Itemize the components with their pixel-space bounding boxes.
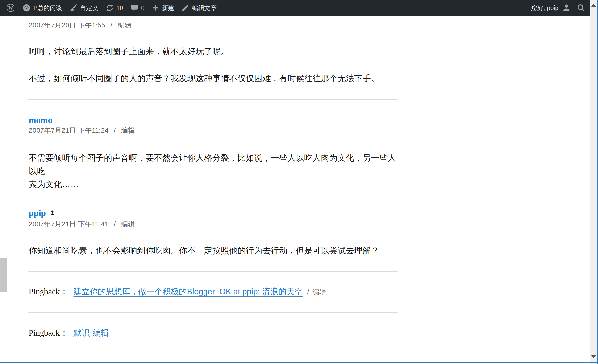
meta-separator: / bbox=[114, 220, 116, 228]
pingback-edit-link[interactable]: 编辑 bbox=[93, 327, 109, 338]
comment-divider bbox=[28, 271, 398, 272]
comment-author-link[interactable]: momo bbox=[29, 115, 52, 125]
admin-bar-left: W bbox=[2, 0, 220, 16]
account-menu[interactable]: 您好, ppip bbox=[531, 3, 571, 12]
edit-post-label: 编辑文章 bbox=[192, 4, 217, 12]
comment-divider bbox=[28, 312, 398, 313]
updates-count: 10 bbox=[116, 4, 123, 12]
comment-divider bbox=[28, 99, 398, 100]
paintbrush-icon bbox=[69, 4, 77, 12]
wp-admin-bar: W bbox=[0, 0, 590, 16]
comment-edit-link[interactable]: 编辑 bbox=[118, 23, 132, 29]
comment-body: 不需要倾听每个圈子的声音啊，要不然会让你人格分裂，比如说，一些人以吃人肉为文化，… bbox=[29, 151, 400, 191]
comment-paragraph: 呵呵，讨论到最后落到圈子上面来，就不太好玩了呢。 bbox=[29, 45, 400, 58]
greeting-label: 您好, ppip bbox=[531, 4, 558, 12]
comments-count: 0 bbox=[141, 4, 145, 12]
comment-body: 你知道和尚吃素，也不会影响到你吃肉。你不一定按照他的行为去行动，但是可以尝试去理… bbox=[29, 244, 400, 257]
post-author-badge-icon bbox=[49, 210, 55, 216]
meta-separator: / bbox=[114, 127, 116, 134]
comment-line: 素为文化…… bbox=[29, 178, 400, 191]
pencil-icon bbox=[181, 4, 189, 12]
meta-separator: / bbox=[307, 288, 309, 296]
comment-author-row: ppip bbox=[29, 208, 55, 218]
new-content-menu[interactable]: 新建 bbox=[148, 0, 178, 16]
customize-label: 自定义 bbox=[80, 4, 98, 12]
pingback-meta: /编辑 bbox=[307, 287, 326, 297]
page: W bbox=[0, 0, 598, 364]
pingback-row: Pingback： 建立你的思想库，做一个积极的Blogger_OK at pp… bbox=[29, 286, 326, 297]
comments-menu[interactable]: 0 bbox=[127, 0, 148, 16]
wordpress-logo-icon: W bbox=[6, 3, 15, 12]
comment-author-name: ppip bbox=[29, 208, 46, 218]
comment-edit-link[interactable]: 编辑 bbox=[121, 220, 135, 228]
site-name-label: P总的闲谈 bbox=[33, 4, 62, 12]
comment-date[interactable]: 2007年7月21日 下午11:41 bbox=[29, 220, 109, 228]
site-name-menu[interactable]: P总的闲谈 bbox=[19, 0, 66, 16]
comment-date[interactable]: 2007年7月20日 下午1:55 bbox=[29, 23, 105, 29]
comment-meta: 2007年7月21日 下午11:41 / 编辑 bbox=[29, 220, 135, 229]
pingback-label: Pingback： bbox=[29, 286, 68, 297]
comment-date[interactable]: 2007年7月21日 下午11:24 bbox=[29, 127, 109, 134]
scrollbar-thumb[interactable] bbox=[0, 258, 7, 292]
comment-line: 不需要倾听每个圈子的声音啊，要不然会让你人格分裂，比如说，一些人以吃人肉为文化，… bbox=[29, 151, 400, 178]
comment-divider bbox=[28, 193, 398, 193]
comment-paragraph: 不过，如何倾听不同圈子的人的声音？我发现这种事情不仅仅困难，有时候往往那个无法下… bbox=[29, 72, 400, 85]
wordpress-logo-menu[interactable]: W bbox=[2, 0, 19, 16]
pingback-label: Pingback： bbox=[29, 327, 68, 338]
scrollbar-down-arrow-icon[interactable] bbox=[591, 355, 596, 358]
user-avatar-icon bbox=[562, 3, 571, 12]
window-border-bottom bbox=[0, 362, 598, 363]
pingback-link[interactable]: 建立你的思想库，做一个积极的Blogger_OK at ppip: 流浪的天空 bbox=[74, 286, 303, 297]
customize-menu[interactable]: 自定义 bbox=[66, 0, 102, 16]
new-content-label: 新建 bbox=[162, 4, 174, 12]
pingback-row: Pingback： 默识 编辑 bbox=[29, 327, 109, 338]
pingback-link[interactable]: 默识 bbox=[74, 327, 90, 338]
pingback-edit-link[interactable]: 编辑 bbox=[313, 288, 326, 296]
comment-meta-clipped: 2007年7月20日 下午1:55 / 编辑 bbox=[29, 23, 250, 29]
svg-text:W: W bbox=[8, 5, 13, 11]
comment-meta: 2007年7月21日 下午11:24 / 编辑 bbox=[29, 126, 135, 135]
meta-separator: / bbox=[110, 23, 112, 29]
comment-author-link[interactable]: ppip bbox=[29, 208, 55, 218]
comment-author-row: momo bbox=[29, 115, 52, 125]
edit-post-menu[interactable]: 编辑文章 bbox=[178, 0, 220, 16]
vertical-scrollbar[interactable] bbox=[590, 0, 597, 364]
plus-icon bbox=[152, 4, 159, 12]
comment-edit-link[interactable]: 编辑 bbox=[121, 127, 135, 134]
dashboard-gauge-icon bbox=[22, 4, 31, 12]
admin-bar-right: 您好, ppip bbox=[531, 0, 586, 16]
scrollbar-up-arrow-icon[interactable] bbox=[591, 4, 596, 7]
updates-menu[interactable]: 10 bbox=[102, 0, 127, 16]
updates-icon bbox=[106, 4, 114, 12]
search-icon[interactable] bbox=[577, 3, 585, 12]
comment-bubble-icon bbox=[131, 4, 138, 12]
